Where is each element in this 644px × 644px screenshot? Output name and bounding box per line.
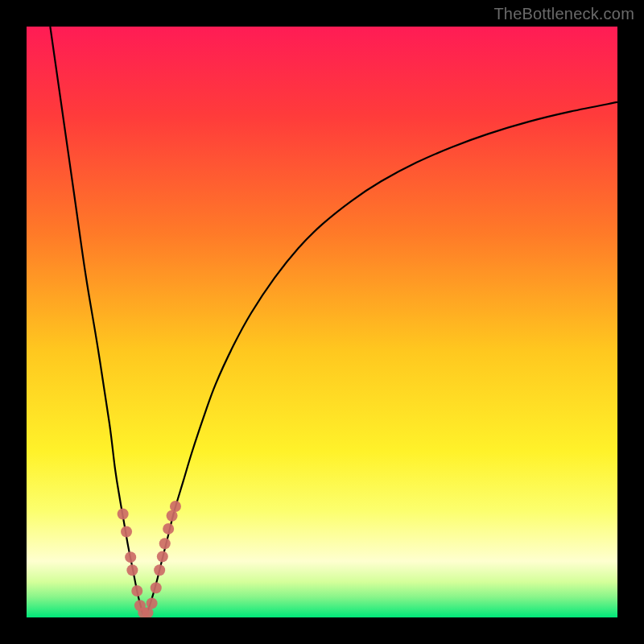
watermark-text: TheBottleneck.com	[493, 5, 634, 23]
heatmap-background	[27, 27, 617, 617]
chart-frame: TheBottleneck.com	[0, 0, 644, 644]
plot-area	[27, 27, 617, 617]
